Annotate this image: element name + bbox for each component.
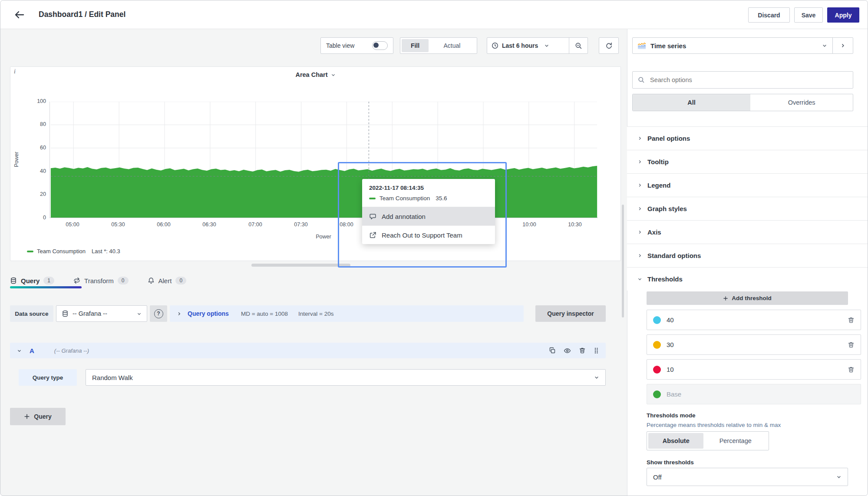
mode-absolute-option[interactable]: Absolute [648,433,703,449]
datasource-picker[interactable]: -- Grafana -- [56,305,147,322]
fill-option[interactable]: Fill [402,39,429,52]
show-thresholds-select[interactable]: Off [647,468,848,486]
discard-button[interactable]: Discard [748,7,790,23]
threshold-value[interactable]: 40 [667,316,848,324]
context-menu: Add annotation Reach Out to Support Team [362,207,495,244]
viz-picker[interactable]: Time series [632,37,853,54]
section-graph-styles[interactable]: Graph styles [627,197,868,220]
tab-badge: 0 [118,277,129,284]
query-row-datasource: (-- Grafana --) [54,347,541,354]
section-tooltip[interactable]: Tooltip [627,150,868,173]
query-options-bar[interactable]: Query options MD = auto = 1008 Interval … [170,305,524,322]
search-options-input[interactable] [649,76,848,84]
tooltip-series-swatch [369,198,376,199]
chevron-down-icon[interactable] [17,348,22,353]
transform-icon [73,277,80,284]
back-arrow-icon[interactable] [14,10,25,20]
chevron-right-icon [637,136,642,141]
mode-percentage-option[interactable]: Percentage [703,433,767,449]
collapse-pane-chevron-icon[interactable] [833,38,853,53]
datasource-value: -- Grafana -- [73,310,133,317]
vertical-scrollbar[interactable] [622,205,624,317]
tab-alert[interactable]: Alert 0 [148,277,187,284]
horizontal-scrollbar[interactable] [251,264,350,267]
section-panel-options[interactable]: Panel options [627,126,868,150]
datasource-help-button[interactable]: ? [150,305,167,322]
eye-icon[interactable] [564,347,571,354]
viz-picker-label: Time series [650,42,818,50]
x-tick: 06:00 [152,222,176,228]
tab-query[interactable]: Query 1 [10,277,73,284]
table-view-toggle[interactable] [372,41,388,50]
x-tick: 07:30 [289,222,313,228]
tab-transform[interactable]: Transform 0 [73,277,147,284]
section-label: Graph styles [647,205,687,212]
page-title: Dashboard1 / Edit Panel [39,10,125,19]
menu-item-add-annotation[interactable]: Add annotation [362,207,495,225]
search-options-field[interactable] [632,71,853,89]
threshold-row-10[interactable]: 10 [647,359,861,380]
external-link-icon [369,231,376,239]
trash-icon[interactable] [848,317,855,324]
thresholds-mode-label: Thresholds mode [647,412,696,419]
database-icon [10,277,17,284]
section-legend[interactable]: Legend [627,173,868,197]
threshold-color-dot[interactable] [653,366,661,374]
app-window: Dashboard1 / Edit Panel Discard Save App… [0,0,868,496]
comment-icon [369,213,376,220]
threshold-value[interactable]: 30 [667,341,848,348]
query-inspector-button[interactable]: Query inspector [535,305,606,322]
drag-handle-icon[interactable] [594,347,599,354]
show-thresholds-label: Show thresholds [647,459,694,466]
tooltip-series-name: Team Consumption [380,195,430,202]
x-tick: 06:30 [197,222,221,228]
tab-badge: 0 [175,277,186,284]
threshold-value[interactable]: 10 [667,366,848,373]
thresholds-mode-description: Percentage means thresholds relative to … [647,422,781,428]
apply-button[interactable]: Apply [827,7,859,23]
query-inspector-label: Query inspector [547,310,594,317]
query-row-header[interactable]: A (-- Grafana --) [10,343,606,358]
section-thresholds[interactable]: Thresholds [627,267,868,291]
duplicate-icon[interactable] [549,347,556,354]
trash-icon[interactable] [579,347,586,354]
clock-icon [492,42,498,49]
area-chart-plot[interactable] [50,102,598,218]
y-tick: 80 [30,121,46,127]
fill-actual-group: Fill Actual [400,37,477,54]
y-axis-label: Power [13,146,20,172]
chevron-down-icon [544,43,549,48]
threshold-row-40[interactable]: 40 [647,310,861,330]
plus-icon [24,413,30,420]
menu-item-reach-out[interactable]: Reach Out to Support Team [362,225,495,244]
x-tick: 07:00 [243,222,267,228]
add-query-button[interactable]: Query [10,408,66,425]
threshold-color-dot[interactable] [653,341,661,349]
threshold-row-30[interactable]: 30 [647,334,861,355]
table-view-control[interactable]: Table view [320,37,393,54]
x-tick: 10:30 [563,222,587,228]
save-button[interactable]: Save [794,7,823,23]
trash-icon[interactable] [848,341,855,348]
y-tick: 40 [30,168,46,174]
trash-icon[interactable] [848,366,855,373]
actual-option[interactable]: Actual [429,39,475,52]
zoom-out-icon[interactable] [569,38,587,53]
chart-tooltip: 2022-11-17 08:14:35 Team Consumption 35.… [362,179,495,207]
chevron-down-icon [637,277,642,281]
add-threshold-button[interactable]: Add threshold [647,291,848,305]
section-standard-options[interactable]: Standard options [627,244,868,267]
chevron-down-icon [822,43,827,48]
y-tick: 20 [30,191,46,197]
section-axis[interactable]: Axis [627,220,868,244]
panel-title-button[interactable]: Area Chart [10,71,620,78]
chart-legend[interactable]: Team Consumption Last *: 40.3 [27,248,120,255]
filter-tab-overrides[interactable]: Overrides [750,94,853,111]
query-type-select[interactable]: Random Walk [86,369,606,386]
threshold-color-dot [653,390,661,398]
section-label: Tooltip [647,158,669,165]
refresh-button[interactable] [599,37,619,54]
filter-tab-all[interactable]: All [633,94,750,111]
time-range-picker[interactable]: Last 6 hours [487,38,569,53]
threshold-color-dot[interactable] [653,316,661,324]
